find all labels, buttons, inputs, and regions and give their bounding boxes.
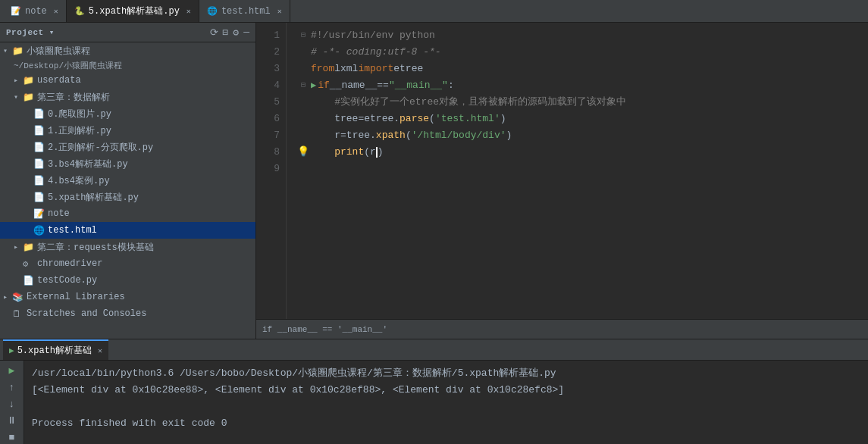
code-line-5: #实例化好了一个etree对象，且将被解析的源码加载到了该对象中 [296, 94, 868, 111]
tree-item-py3[interactable]: 📄 3.bs4解析基础.py [0, 155, 255, 172]
scroll-down-button[interactable]: ↓ [4, 397, 20, 411]
tab-test-html-close[interactable]: ✕ [277, 7, 282, 16]
code-line-4: ⊟ ▶ if __name__ == "__main__" : [296, 77, 868, 94]
tree-label-ch2: 第二章：requests模块基础 [37, 241, 154, 254]
marker-4: ⊟ [296, 77, 311, 94]
code-import: import [358, 61, 393, 77]
code-editor[interactable]: ⊟ #!/usr/bin/env python # -*- coding:utf… [287, 23, 868, 319]
sidebar-header: Project ▾ ⟳ ⊟ ⚙ — [0, 23, 255, 42]
run-tab-active[interactable]: ▶ 5.xpath解析基础 ✕ [3, 339, 108, 360]
tree-label-ext: External Libraries [27, 292, 125, 302]
marker-1: ⊟ [296, 27, 311, 44]
tree-label-ch3: 第三章：数据解析 [37, 91, 110, 104]
run-button[interactable]: ▶ [4, 364, 20, 377]
tree-item-py4[interactable]: 📄 4.bs4案例.py [0, 172, 255, 189]
py-file-icon-2: 📄 [33, 142, 45, 153]
console-output: /usr/local/bin/python3.6 /Users/bobo/Des… [24, 361, 868, 444]
tree-label-py3: 3.bs4解析基础.py [48, 158, 128, 170]
tree-item-ch2[interactable]: ▸ 📁 第二章：requests模块基础 [0, 239, 255, 255]
html-file-icon: 🌐 [33, 225, 45, 236]
run-tab-icon: ▶ [9, 346, 14, 355]
tree-item-root[interactable]: ▾ 📁 小猿圈爬虫课程 [0, 42, 255, 59]
scroll-up-button[interactable]: ↑ [4, 380, 20, 394]
run-tab-label: 5.xpath解析基础 [17, 344, 92, 357]
code-shebang: #!/usr/bin/env python [311, 27, 435, 44]
tree-item-chrome[interactable]: ⚙ chromedriver [0, 255, 255, 272]
console-line-3 [32, 399, 860, 415]
tree-item-py5[interactable]: 📄 5.xpath解析基础.py [0, 189, 255, 205]
tree-item-scratch[interactable]: 🗒 Scratches and Consoles [0, 305, 255, 322]
code-dunder-name: __name__ [330, 77, 377, 94]
code-eq: == [377, 77, 389, 94]
py-file-icon-5: 📄 [33, 192, 45, 203]
py-file-icon-0: 📄 [33, 108, 45, 120]
ext-icon: 📚 [12, 292, 24, 303]
line-numbers: 1 2 3 4 5 6 7 8 9 [256, 23, 287, 319]
py-file-icon-4: 📄 [33, 175, 45, 186]
tree-item-py0[interactable]: 📄 0.爬取图片.py [0, 105, 255, 122]
sidebar-toolbar: ⟳ ⊟ ⚙ — [210, 27, 249, 39]
tree-label-note: note [48, 208, 70, 219]
console-sidebar: ▶ ↑ ↓ ⏸ ■ [0, 361, 24, 444]
code-tree-var: tree [311, 111, 358, 127]
code-line-9 [296, 161, 868, 177]
run-tab-close[interactable]: ✕ [98, 346, 102, 355]
tree-label-py4: 4.bs4案例.py [48, 174, 110, 187]
note-icon: 📝 [11, 6, 21, 16]
code-comment-2: # -*- coding:utf-8 -*- [311, 44, 441, 61]
console-line-2: [<Element div at 0x10c28ee88>, <Element … [32, 382, 860, 399]
tab-xpath-py-label: 5.xpath解析基础.py [89, 5, 180, 17]
code-line-3: from lxml import etree [296, 61, 868, 77]
sync-icon[interactable]: ⟳ [210, 27, 218, 39]
testcode-file-icon: 📄 [23, 275, 35, 286]
scratch-icon: 🗒 [12, 308, 24, 320]
py-icon: 🐍 [74, 6, 85, 16]
tree-item-py2[interactable]: 📄 2.正则解析-分页爬取.py [0, 139, 255, 155]
code-xpath-path: '/html/body/div' [412, 127, 506, 144]
tree-item-html[interactable]: 🌐 test.html [0, 222, 255, 239]
tree-label-py1: 1.正则解析.py [48, 124, 111, 137]
bulb-icon: 💡 [297, 144, 309, 161]
stop-button[interactable]: ■ [4, 430, 20, 444]
folder-icon-ch2: 📁 [23, 242, 35, 253]
run-marker-4: ▶ [311, 77, 316, 94]
code-colon: : [448, 77, 454, 94]
collapse-icon[interactable]: ⊟ [223, 27, 229, 39]
tab-test-html[interactable]: 🌐 test.html ✕ [199, 0, 290, 22]
tree-item-py1[interactable]: 📄 1.正则解析.py [0, 122, 255, 139]
code-line-2: # -*- coding:utf-8 -*- [296, 44, 868, 61]
settings-icon[interactable]: ⚙ [233, 27, 239, 39]
tree-item-userdata[interactable]: ▸ 📁 userdata [0, 72, 255, 89]
code-line-7: r = tree . xpath ( '/html/body/div' ) [296, 127, 868, 144]
minimize-icon[interactable]: — [243, 27, 249, 39]
tree-item-ch3[interactable]: ▾ 📁 第三章：数据解析 [0, 89, 255, 105]
folder-icon-userdata: 📁 [23, 75, 35, 86]
py-file-icon-1: 📄 [33, 125, 45, 136]
code-container[interactable]: 1 2 3 4 5 6 7 8 9 ⊟ #!/usr/bin/env pytho… [256, 23, 868, 319]
run-tab-bar: ▶ 5.xpath解析基础 ✕ [0, 339, 868, 361]
main-area: Project ▾ ⟳ ⊟ ⚙ — ▾ 📁 小猿圈爬虫课程 ~/Desktop/… [0, 23, 868, 339]
tab-note-label: note [25, 6, 47, 17]
tree-label-html: test.html [48, 225, 97, 236]
tab-xpath-py[interactable]: 🐍 5.xpath解析基础.py ✕ [67, 0, 199, 22]
marker-8: 💡 [296, 144, 311, 161]
tab-bar: 📝 note ✕ 🐍 5.xpath解析基础.py ✕ 🌐 test.html … [0, 0, 868, 23]
tab-test-html-label: test.html [221, 6, 271, 17]
code-if: if [318, 77, 330, 94]
breadcrumb-text: if __name__ == '__main__' [262, 325, 387, 334]
code-etree-6: etree [364, 111, 393, 127]
tree-item-testcode[interactable]: 📄 testCode.py [0, 272, 255, 289]
bottom-bar: if __name__ == '__main__' [256, 319, 868, 339]
tab-note[interactable]: 📝 note ✕ [3, 0, 67, 22]
code-r-var: r [311, 127, 340, 144]
tree-item-ext[interactable]: ▸ 📚 External Libraries [0, 289, 255, 305]
tree-item-note[interactable]: 📝 note [0, 205, 255, 222]
code-from: from [311, 61, 334, 77]
tab-xpath-py-close[interactable]: ✕ [186, 7, 191, 16]
code-r-print: r [370, 144, 376, 161]
tab-note-close[interactable]: ✕ [54, 7, 58, 16]
pause-button[interactable]: ⏸ [4, 414, 20, 427]
folder-arrow-userdata: ▸ [14, 76, 23, 85]
folder-arrow-root: ▾ [3, 46, 12, 55]
tree-label-py0: 0.爬取图片.py [48, 108, 111, 120]
